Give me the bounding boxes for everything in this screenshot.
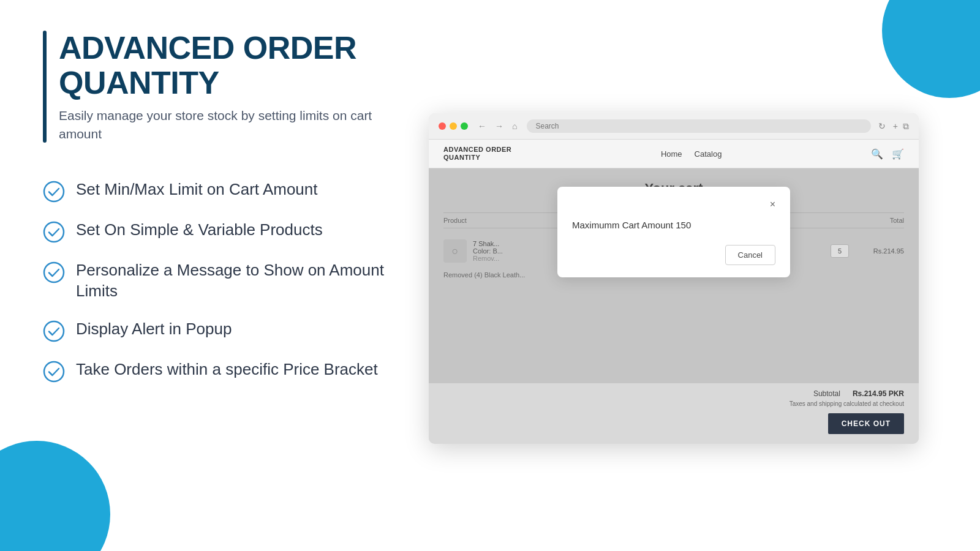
svg-point-2 — [44, 263, 64, 282]
header-text-block: ADVANCED ORDER QUANTITY Easily manage yo… — [59, 31, 386, 143]
feature-label: Take Orders within a specific Price Brac… — [76, 359, 378, 380]
svg-point-0 — [44, 182, 64, 201]
search-icon[interactable]: 🔍 — [871, 148, 883, 160]
check-circle-icon — [43, 181, 65, 203]
cart-footer: Subtotal Rs.214.95 PKR Taxes and shippin… — [429, 383, 919, 444]
svg-point-3 — [44, 321, 64, 341]
subtotal-amount: Rs.214.95 PKR — [853, 389, 904, 398]
svg-point-1 — [44, 222, 64, 242]
subtotal-label: Subtotal — [813, 389, 840, 398]
feature-item: Personalize a Message to Show on Amount … — [43, 260, 386, 302]
feature-label: Set Min/Max Limit on Cart Amount — [76, 179, 317, 200]
browser-nav: ← → ⌂ — [475, 120, 519, 132]
feature-label: Set On Simple & Variable Products — [76, 220, 323, 241]
dot-green[interactable] — [461, 122, 468, 130]
browser-window: ← → ⌂ ↻ + ⧉ ADVANCED ORDERQUANTITY — [429, 113, 919, 444]
subtotal-line: Subtotal Rs.214.95 PKR — [443, 389, 904, 398]
store-nav-links: Home Catalog — [661, 149, 722, 159]
nav-home[interactable]: Home — [661, 149, 682, 159]
check-circle-icon — [43, 221, 65, 243]
modal-cancel-button[interactable]: Cancel — [725, 245, 775, 265]
right-column: ← → ⌂ ↻ + ⧉ ADVANCED ORDERQUANTITY — [410, 31, 937, 527]
modal-overlay: × Maximumm Cart Amount 150 Cancel — [429, 168, 919, 383]
dot-red[interactable] — [439, 122, 446, 130]
store-main: Your cart Continue shopping Product Quan… — [429, 168, 919, 383]
modal-close-button[interactable]: × — [770, 199, 775, 210]
page-subtitle: Easily manage your store stock by settin… — [59, 107, 386, 143]
check-circle-icon — [43, 361, 65, 383]
browser-search-input[interactable] — [527, 119, 870, 133]
feature-item: Display Alert in Popup — [43, 319, 386, 342]
browser-dots — [439, 122, 468, 130]
nav-forward[interactable]: → — [492, 120, 506, 132]
browser-reload[interactable]: ↻ — [878, 121, 886, 131]
checkout-button[interactable]: CHECK OUT — [828, 413, 904, 434]
page-header: ADVANCED ORDER QUANTITY Easily manage yo… — [43, 31, 386, 143]
cart-icon[interactable]: 🛒 — [892, 148, 904, 160]
feature-item: Take Orders within a specific Price Brac… — [43, 359, 386, 383]
store-nav: ADVANCED ORDERQUANTITY Home Catalog 🔍 🛒 — [429, 140, 919, 168]
modal-box: × Maximumm Cart Amount 150 Cancel — [557, 187, 790, 277]
modal-footer: Cancel — [572, 245, 775, 265]
nav-catalog[interactable]: Catalog — [695, 149, 722, 159]
nav-back[interactable]: ← — [475, 120, 489, 132]
page-title: ADVANCED ORDER QUANTITY — [59, 31, 386, 100]
feature-item: Set Min/Max Limit on Cart Amount — [43, 179, 386, 203]
browser-toolbar: ← → ⌂ ↻ + ⧉ — [429, 113, 919, 140]
browser-add[interactable]: + — [893, 121, 898, 132]
browser-resize[interactable]: ⧉ — [903, 121, 909, 132]
modal-message: Maximumm Cart Amount 150 — [572, 220, 775, 230]
features-list: Set Min/Max Limit on Cart Amount Set On … — [43, 179, 386, 383]
browser-actions: + ⧉ — [893, 121, 909, 132]
feature-label: Display Alert in Popup — [76, 319, 232, 340]
check-circle-icon — [43, 320, 65, 342]
store-logo: ADVANCED ORDERQUANTITY — [443, 146, 511, 162]
feature-label: Personalize a Message to Show on Amount … — [76, 260, 386, 302]
check-circle-icon — [43, 261, 65, 283]
modal-header: × — [572, 199, 775, 210]
nav-home[interactable]: ⌂ — [510, 120, 519, 132]
tax-notice: Taxes and shipping calculated at checkou… — [443, 400, 904, 407]
left-column: ADVANCED ORDER QUANTITY Easily manage yo… — [43, 31, 386, 527]
dot-yellow[interactable] — [450, 122, 457, 130]
store-content: ADVANCED ORDERQUANTITY Home Catalog 🔍 🛒 … — [429, 140, 919, 444]
svg-point-4 — [44, 362, 64, 381]
feature-item: Set On Simple & Variable Products — [43, 220, 386, 243]
store-nav-icons: 🔍 🛒 — [871, 148, 904, 160]
header-border — [43, 31, 47, 143]
